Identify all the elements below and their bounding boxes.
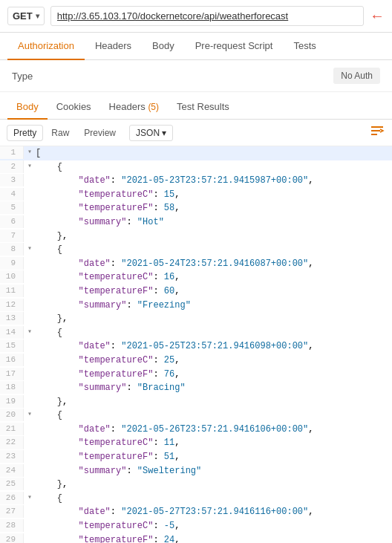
collapse-arrow-icon[interactable]: ▾ — [24, 409, 34, 420]
line-number: 7 — [0, 230, 24, 242]
tab-prerequest[interactable]: Pre-request Script — [185, 33, 284, 60]
collapse-arrow-icon[interactable]: ▾ — [24, 146, 34, 158]
line-number: 20 — [0, 409, 24, 421]
json-line: 9 "date": "2021-05-24T23:57:21.9416087+0… — [0, 257, 392, 271]
json-line: 19 }, — [0, 395, 392, 409]
collapse-arrow-icon[interactable]: ▾ — [24, 160, 34, 172]
line-content: "temperatureF": 60, — [34, 284, 180, 299]
collapse-arrow-icon[interactable]: ▾ — [24, 326, 34, 338]
json-line: 2▾ { — [0, 160, 392, 175]
line-content: "date": "2021-05-24T23:57:21.9416087+00:… — [34, 257, 313, 271]
tab-tests[interactable]: Tests — [283, 33, 326, 60]
collapse-arrow-icon[interactable]: ▾ — [24, 243, 34, 255]
line-content: "temperatureC": 16, — [34, 270, 180, 284]
line-content: "summary": "Freezing" — [34, 299, 191, 313]
request-tabs: Authorization Headers Body Pre-request S… — [0, 33, 392, 60]
line-number: 12 — [0, 299, 24, 311]
line-content: "date": "2021-05-27T23:57:21.9416116+00:… — [34, 505, 313, 519]
url-input[interactable] — [50, 6, 364, 26]
json-line: 22 "temperatureC": 11, — [0, 436, 392, 450]
top-bar: GET ▾ ← — [0, 0, 392, 33]
send-arrow-icon[interactable]: ← — [370, 7, 385, 25]
json-line: 4 "temperatureC": 15, — [0, 188, 392, 202]
line-content: "summary": "Hot" — [34, 215, 164, 230]
line-number: 22 — [0, 436, 24, 449]
line-content: { — [34, 326, 62, 340]
json-body: 1▾[2▾ {3 "date": "2021-05-23T23:57:21.94… — [0, 146, 392, 543]
pretty-button[interactable]: Pretty — [7, 126, 42, 140]
resp-tab-headers[interactable]: Headers (5) — [100, 95, 168, 120]
line-number: 1 — [0, 146, 24, 159]
collapse-arrow-icon[interactable]: ▾ — [24, 492, 34, 504]
line-content: "temperatureF": 76, — [34, 368, 180, 382]
resp-tab-testresults[interactable]: Test Results — [168, 95, 238, 120]
line-number: 5 — [0, 201, 24, 214]
resp-tab-body[interactable]: Body — [7, 95, 48, 120]
json-line: 24 "summary": "Sweltering" — [0, 464, 392, 478]
line-content: "summary": "Sweltering" — [34, 464, 201, 478]
json-line: 8▾ { — [0, 243, 392, 257]
json-line: 14▾ { — [0, 326, 392, 340]
line-number: 14 — [0, 326, 24, 339]
line-content: }, — [34, 230, 68, 244]
json-line: 18 "summary": "Bracing" — [0, 381, 392, 395]
json-line: 11 "temperatureF": 60, — [0, 284, 392, 299]
line-content: "date": "2021-05-25T23:57:21.9416098+00:… — [34, 339, 313, 354]
json-line: 10 "temperatureC": 16, — [0, 270, 392, 284]
tab-headers[interactable]: Headers — [85, 33, 142, 60]
line-content: "temperatureF": 51, — [34, 450, 180, 464]
raw-button[interactable]: Raw — [45, 126, 75, 140]
json-line: 12 "summary": "Freezing" — [0, 299, 392, 313]
line-number: 10 — [0, 270, 24, 283]
auth-type-label: Type — [12, 71, 33, 82]
line-content: [ — [34, 146, 41, 160]
line-content: "temperatureC": -5, — [34, 519, 180, 533]
body-toolbar: Pretty Raw Preview JSON ▾ — [0, 120, 392, 146]
line-content: "date": "2021-05-26T23:57:21.9416106+00:… — [34, 423, 313, 437]
json-line: 23 "temperatureF": 51, — [0, 450, 392, 464]
line-content: "temperatureF": 24, — [34, 533, 180, 543]
json-line: 13 }, — [0, 312, 392, 326]
format-select[interactable]: JSON ▾ — [129, 125, 173, 141]
line-number: 15 — [0, 339, 24, 352]
json-line: 1▾[ — [0, 146, 392, 160]
headers-badge: (5) — [148, 102, 159, 112]
json-line: 17 "temperatureF": 76, — [0, 368, 392, 382]
line-number: 8 — [0, 243, 24, 256]
line-content: { — [34, 492, 62, 506]
line-content: }, — [34, 312, 68, 326]
json-line: 7 }, — [0, 230, 392, 244]
line-content: }, — [34, 478, 68, 492]
line-number: 18 — [0, 381, 24, 394]
method-chevron-icon: ▾ — [36, 12, 39, 20]
json-line: 25 }, — [0, 478, 392, 492]
line-content: }, — [34, 395, 68, 409]
json-line: 26▾ { — [0, 492, 392, 506]
wrap-icon[interactable] — [370, 124, 385, 141]
tab-body[interactable]: Body — [142, 33, 185, 60]
line-number: 3 — [0, 174, 24, 186]
line-number: 11 — [0, 284, 24, 297]
auth-value-badge: No Auth — [333, 68, 380, 84]
tab-authorization[interactable]: Authorization — [7, 33, 85, 60]
line-number: 21 — [0, 423, 24, 435]
line-content: "temperatureF": 58, — [34, 201, 180, 215]
preview-button[interactable]: Preview — [78, 126, 122, 140]
line-number: 16 — [0, 354, 24, 366]
auth-row: Type No Auth — [0, 60, 392, 92]
json-line: 29 "temperatureF": 24, — [0, 533, 392, 543]
method-select[interactable]: GET ▾ — [7, 7, 45, 25]
json-line: 6 "summary": "Hot" — [0, 215, 392, 230]
json-line: 3 "date": "2021-05-23T23:57:21.9415987+0… — [0, 174, 392, 188]
line-content: "temperatureC": 15, — [34, 188, 180, 202]
json-line: 27 "date": "2021-05-27T23:57:21.9416116+… — [0, 505, 392, 519]
method-label: GET — [13, 10, 33, 22]
line-number: 28 — [0, 519, 24, 532]
resp-tab-cookies[interactable]: Cookies — [48, 95, 100, 120]
line-number: 26 — [0, 492, 24, 504]
response-tabs: Body Cookies Headers (5) Test Results — [0, 95, 392, 120]
line-number: 9 — [0, 257, 24, 270]
json-line: 16 "temperatureC": 25, — [0, 354, 392, 368]
line-content: { — [34, 409, 62, 423]
line-number: 25 — [0, 478, 24, 490]
